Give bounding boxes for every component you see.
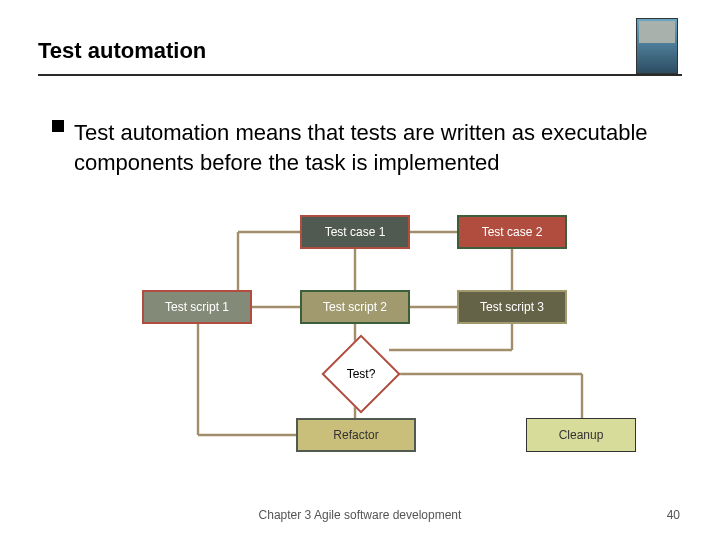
box-test-script-1: Test script 1: [142, 290, 252, 324]
bullet-list: Test automation means that tests are wri…: [52, 118, 668, 177]
flow-diagram: Test case 1 Test case 2 Test script 1 Te…: [38, 200, 682, 480]
box-test-script-3: Test script 3: [457, 290, 567, 324]
book-thumbnail: [636, 18, 678, 74]
decision-test: Test?: [333, 346, 389, 402]
slide: Test automation Test automation means th…: [0, 0, 720, 540]
title-rule: [38, 74, 682, 76]
box-test-case-1: Test case 1: [300, 215, 410, 249]
box-cleanup: Cleanup: [526, 418, 636, 452]
box-test-script-2: Test script 2: [300, 290, 410, 324]
bullet-text: Test automation means that tests are wri…: [74, 120, 648, 175]
box-refactor: Refactor: [296, 418, 416, 452]
bullet-icon: [52, 120, 64, 132]
footer-text: Chapter 3 Agile software development: [0, 508, 720, 522]
slide-title: Test automation: [38, 38, 206, 64]
box-test-case-2: Test case 2: [457, 215, 567, 249]
page-number: 40: [667, 508, 680, 522]
decision-label: Test?: [333, 346, 389, 402]
